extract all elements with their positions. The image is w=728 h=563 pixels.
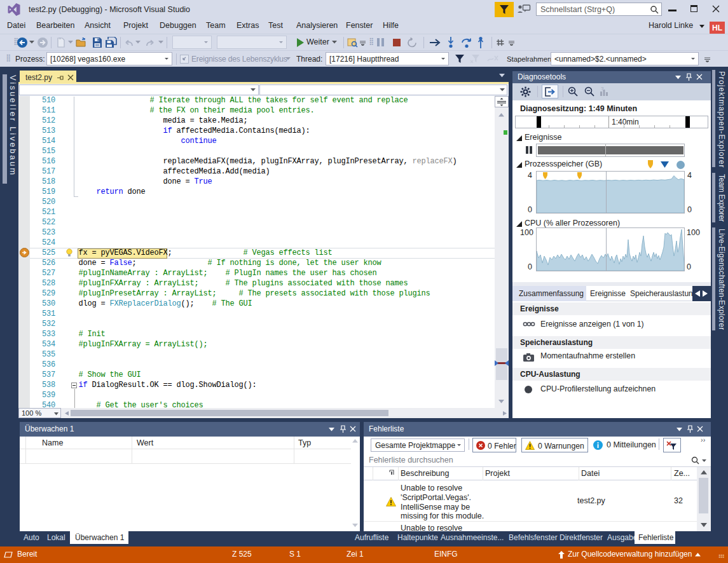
svg-text:?: ? <box>601 86 604 92</box>
